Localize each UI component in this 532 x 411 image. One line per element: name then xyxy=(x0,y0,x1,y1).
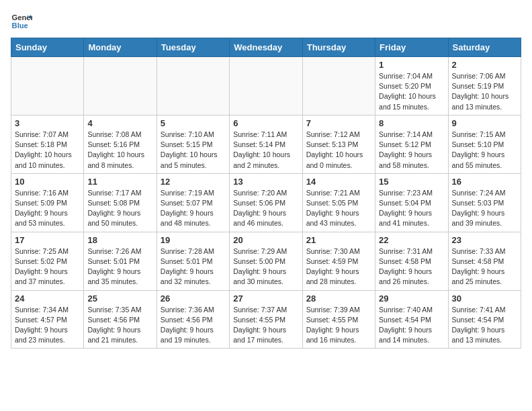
weekday-header-thursday: Thursday xyxy=(302,38,375,57)
calendar-cell xyxy=(302,57,375,116)
day-number: 4 xyxy=(87,118,152,128)
day-info: Sunrise: 7:33 AM Sunset: 4:58 PM Dayligh… xyxy=(452,246,517,287)
day-info: Sunrise: 7:14 AM Sunset: 5:12 PM Dayligh… xyxy=(379,130,444,171)
page-header: General Blue xyxy=(11,11,521,32)
day-info: Sunrise: 7:16 AM Sunset: 5:09 PM Dayligh… xyxy=(15,188,80,229)
calendar-cell xyxy=(84,57,157,116)
calendar-cell: 25Sunrise: 7:35 AM Sunset: 4:56 PM Dayli… xyxy=(84,290,157,349)
day-info: Sunrise: 7:39 AM Sunset: 4:55 PM Dayligh… xyxy=(306,305,371,346)
day-number: 13 xyxy=(233,177,298,187)
day-info: Sunrise: 7:06 AM Sunset: 5:19 PM Dayligh… xyxy=(452,71,517,112)
day-info: Sunrise: 7:10 AM Sunset: 5:15 PM Dayligh… xyxy=(161,130,226,171)
day-number: 10 xyxy=(15,177,80,187)
calendar-week-4: 17Sunrise: 7:25 AM Sunset: 5:02 PM Dayli… xyxy=(11,232,521,290)
calendar-cell: 27Sunrise: 7:37 AM Sunset: 4:55 PM Dayli… xyxy=(230,290,302,349)
calendar-cell: 1Sunrise: 7:04 AM Sunset: 5:20 PM Daylig… xyxy=(375,57,448,116)
day-info: Sunrise: 7:35 AM Sunset: 4:56 PM Dayligh… xyxy=(87,305,152,346)
day-info: Sunrise: 7:15 AM Sunset: 5:10 PM Dayligh… xyxy=(452,130,517,171)
day-number: 19 xyxy=(161,235,226,245)
calendar-cell: 12Sunrise: 7:19 AM Sunset: 5:07 PM Dayli… xyxy=(157,173,229,232)
weekday-header-saturday: Saturday xyxy=(448,38,521,57)
calendar-cell: 13Sunrise: 7:20 AM Sunset: 5:06 PM Dayli… xyxy=(230,173,302,232)
day-info: Sunrise: 7:20 AM Sunset: 5:06 PM Dayligh… xyxy=(233,188,298,229)
calendar-cell: 30Sunrise: 7:41 AM Sunset: 4:54 PM Dayli… xyxy=(448,290,521,349)
day-info: Sunrise: 7:17 AM Sunset: 5:08 PM Dayligh… xyxy=(87,188,152,229)
day-number: 26 xyxy=(161,293,226,304)
weekday-header-wednesday: Wednesday xyxy=(230,38,302,57)
weekday-header-sunday: Sunday xyxy=(11,38,84,57)
day-info: Sunrise: 7:07 AM Sunset: 5:18 PM Dayligh… xyxy=(15,130,80,171)
calendar-cell: 8Sunrise: 7:14 AM Sunset: 5:12 PM Daylig… xyxy=(375,115,448,173)
weekday-header-friday: Friday xyxy=(375,38,448,57)
day-number: 8 xyxy=(379,118,444,128)
day-number: 7 xyxy=(306,118,371,128)
logo: General Blue xyxy=(11,11,16,32)
day-info: Sunrise: 7:30 AM Sunset: 4:59 PM Dayligh… xyxy=(306,246,371,287)
day-number: 3 xyxy=(15,118,80,128)
calendar-cell: 3Sunrise: 7:07 AM Sunset: 5:18 PM Daylig… xyxy=(11,115,84,173)
day-number: 21 xyxy=(306,235,371,245)
day-info: Sunrise: 7:21 AM Sunset: 5:05 PM Dayligh… xyxy=(306,188,371,229)
day-info: Sunrise: 7:26 AM Sunset: 5:01 PM Dayligh… xyxy=(87,246,152,287)
calendar-cell: 6Sunrise: 7:11 AM Sunset: 5:14 PM Daylig… xyxy=(230,115,302,173)
day-number: 24 xyxy=(15,293,80,304)
day-number: 11 xyxy=(87,177,152,187)
day-number: 30 xyxy=(452,293,517,304)
calendar-cell: 26Sunrise: 7:36 AM Sunset: 4:56 PM Dayli… xyxy=(157,290,229,349)
calendar-cell: 16Sunrise: 7:24 AM Sunset: 5:03 PM Dayli… xyxy=(448,173,521,232)
calendar-cell: 11Sunrise: 7:17 AM Sunset: 5:08 PM Dayli… xyxy=(84,173,157,232)
calendar-cell: 19Sunrise: 7:28 AM Sunset: 5:01 PM Dayli… xyxy=(157,232,229,290)
day-info: Sunrise: 7:34 AM Sunset: 4:57 PM Dayligh… xyxy=(15,305,80,346)
calendar-week-1: 1Sunrise: 7:04 AM Sunset: 5:20 PM Daylig… xyxy=(11,57,521,116)
weekday-header-monday: Monday xyxy=(84,38,157,57)
calendar-cell xyxy=(11,57,84,116)
day-number: 6 xyxy=(233,118,298,128)
day-info: Sunrise: 7:40 AM Sunset: 4:54 PM Dayligh… xyxy=(379,305,444,346)
svg-text:General: General xyxy=(12,13,32,21)
day-number: 22 xyxy=(379,235,444,245)
calendar-cell: 28Sunrise: 7:39 AM Sunset: 4:55 PM Dayli… xyxy=(302,290,375,349)
day-info: Sunrise: 7:12 AM Sunset: 5:13 PM Dayligh… xyxy=(306,130,371,171)
day-number: 9 xyxy=(452,118,517,128)
day-info: Sunrise: 7:31 AM Sunset: 4:58 PM Dayligh… xyxy=(379,246,444,287)
calendar-cell: 7Sunrise: 7:12 AM Sunset: 5:13 PM Daylig… xyxy=(302,115,375,173)
calendar-cell: 22Sunrise: 7:31 AM Sunset: 4:58 PM Dayli… xyxy=(375,232,448,290)
day-info: Sunrise: 7:11 AM Sunset: 5:14 PM Dayligh… xyxy=(233,130,298,171)
calendar-week-2: 3Sunrise: 7:07 AM Sunset: 5:18 PM Daylig… xyxy=(11,115,521,173)
day-number: 2 xyxy=(452,60,517,70)
calendar-cell: 5Sunrise: 7:10 AM Sunset: 5:15 PM Daylig… xyxy=(157,115,229,173)
day-number: 12 xyxy=(161,177,226,187)
day-info: Sunrise: 7:04 AM Sunset: 5:20 PM Dayligh… xyxy=(379,71,444,112)
day-number: 25 xyxy=(87,293,152,304)
day-number: 16 xyxy=(452,177,517,187)
calendar-header-row: SundayMondayTuesdayWednesdayThursdayFrid… xyxy=(11,38,521,57)
calendar-week-5: 24Sunrise: 7:34 AM Sunset: 4:57 PM Dayli… xyxy=(11,290,521,349)
calendar-cell: 10Sunrise: 7:16 AM Sunset: 5:09 PM Dayli… xyxy=(11,173,84,232)
calendar-cell: 21Sunrise: 7:30 AM Sunset: 4:59 PM Dayli… xyxy=(302,232,375,290)
day-info: Sunrise: 7:28 AM Sunset: 5:01 PM Dayligh… xyxy=(161,246,226,287)
svg-text:Blue: Blue xyxy=(12,21,28,30)
calendar-cell: 14Sunrise: 7:21 AM Sunset: 5:05 PM Dayli… xyxy=(302,173,375,232)
calendar-cell: 18Sunrise: 7:26 AM Sunset: 5:01 PM Dayli… xyxy=(84,232,157,290)
calendar-cell: 4Sunrise: 7:08 AM Sunset: 5:16 PM Daylig… xyxy=(84,115,157,173)
day-info: Sunrise: 7:23 AM Sunset: 5:04 PM Dayligh… xyxy=(379,188,444,229)
day-info: Sunrise: 7:19 AM Sunset: 5:07 PM Dayligh… xyxy=(161,188,226,229)
calendar-cell: 29Sunrise: 7:40 AM Sunset: 4:54 PM Dayli… xyxy=(375,290,448,349)
calendar-cell: 15Sunrise: 7:23 AM Sunset: 5:04 PM Dayli… xyxy=(375,173,448,232)
day-number: 23 xyxy=(452,235,517,245)
day-number: 15 xyxy=(379,177,444,187)
day-number: 29 xyxy=(379,293,444,304)
day-number: 18 xyxy=(87,235,152,245)
weekday-header-tuesday: Tuesday xyxy=(157,38,229,57)
calendar-week-3: 10Sunrise: 7:16 AM Sunset: 5:09 PM Dayli… xyxy=(11,173,521,232)
day-info: Sunrise: 7:24 AM Sunset: 5:03 PM Dayligh… xyxy=(452,188,517,229)
day-number: 28 xyxy=(306,293,371,304)
day-number: 27 xyxy=(233,293,298,304)
calendar-cell: 23Sunrise: 7:33 AM Sunset: 4:58 PM Dayli… xyxy=(448,232,521,290)
day-number: 5 xyxy=(161,118,226,128)
day-number: 20 xyxy=(233,235,298,245)
calendar-cell: 20Sunrise: 7:29 AM Sunset: 5:00 PM Dayli… xyxy=(230,232,302,290)
calendar-cell: 9Sunrise: 7:15 AM Sunset: 5:10 PM Daylig… xyxy=(448,115,521,173)
day-number: 14 xyxy=(306,177,371,187)
calendar-cell xyxy=(157,57,229,116)
